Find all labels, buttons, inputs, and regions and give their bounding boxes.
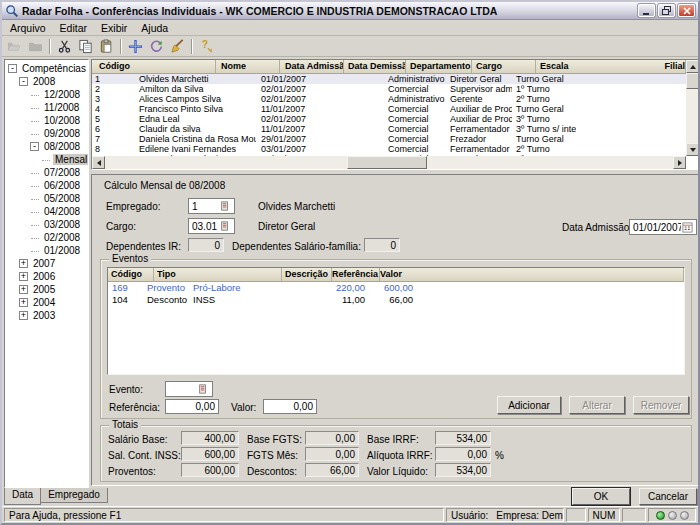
table-row[interactable]: 3 Alices Campos Silva 02/01/2007 Adminis… bbox=[92, 94, 686, 104]
tree-item[interactable]: 01/2008 bbox=[5, 244, 88, 257]
tree-expander-icon[interactable] bbox=[30, 233, 39, 242]
column-header[interactable]: Tipo bbox=[154, 268, 282, 282]
tree-expander-icon[interactable] bbox=[30, 116, 39, 125]
column-header[interactable]: Filial bbox=[664, 60, 686, 73]
column-header[interactable]: Código bbox=[108, 268, 154, 282]
broom-icon[interactable] bbox=[167, 37, 188, 56]
tree-item[interactable]: + 2003 bbox=[5, 309, 88, 322]
tree-item[interactable]: Mensal bbox=[5, 153, 88, 166]
column-header[interactable]: Descrição bbox=[282, 268, 332, 282]
restore-button[interactable] bbox=[658, 4, 675, 17]
scroll-left-button[interactable] bbox=[92, 156, 105, 169]
tree-expander-icon[interactable]: + bbox=[19, 285, 28, 294]
tree-item[interactable]: + 2004 bbox=[5, 296, 88, 309]
tree-expander-icon[interactable]: - bbox=[19, 77, 28, 86]
crosshair-icon[interactable] bbox=[125, 37, 146, 56]
horizontal-scrollbar[interactable] bbox=[92, 156, 686, 169]
table-row[interactable]: 4 Francisco Pinto Silva 11/01/2007 Comer… bbox=[92, 104, 686, 114]
table-row[interactable]: 8 Edilene Ivani Fernandes 03/01/2007 Com… bbox=[92, 144, 686, 154]
tree-expander-icon[interactable] bbox=[30, 207, 39, 216]
tree-item[interactable]: 02/2008 bbox=[5, 231, 88, 244]
open-folder-icon[interactable] bbox=[4, 37, 25, 56]
alterar-button[interactable]: Alterar bbox=[569, 396, 625, 414]
menu-editar[interactable]: Editar bbox=[53, 21, 94, 35]
scroll-right-button[interactable] bbox=[673, 156, 686, 169]
tree-expander-icon[interactable]: + bbox=[19, 272, 28, 281]
table-row[interactable]: 169 Provento Pró-Labore 220,00 600,00 bbox=[108, 282, 684, 294]
table-row[interactable]: 1 Olvides Marchetti 01/01/2007 Administr… bbox=[92, 74, 686, 84]
paste-icon[interactable] bbox=[96, 37, 117, 56]
table-row[interactable]: 2 Amilton da Silva 02/01/2007 Comercial … bbox=[92, 84, 686, 94]
tree-expander-icon[interactable]: + bbox=[19, 298, 28, 307]
column-header[interactable]: Valor bbox=[380, 268, 684, 282]
tree-expander-icon[interactable] bbox=[30, 181, 39, 190]
evento-field[interactable] bbox=[165, 381, 213, 397]
table-row[interactable]: 7 Daniela Cristina da Rosa Moura 29/01/2… bbox=[92, 134, 686, 144]
cargo-field[interactable]: 03.01 bbox=[188, 218, 235, 234]
lookup-icon[interactable] bbox=[219, 200, 231, 212]
scrollbar-thumb[interactable] bbox=[686, 73, 699, 89]
scroll-up-button[interactable] bbox=[686, 60, 699, 73]
empregado-field[interactable]: 1 bbox=[188, 198, 235, 214]
column-header[interactable]: Nome bbox=[216, 60, 280, 73]
refresh-icon[interactable] bbox=[146, 37, 167, 56]
menu-ajuda[interactable]: Ajuda bbox=[134, 21, 175, 35]
menu-arquivo[interactable]: Arquivo bbox=[3, 21, 53, 35]
calendar-icon[interactable] bbox=[681, 222, 693, 233]
tree-expander-icon[interactable] bbox=[30, 194, 39, 203]
scrollbar-thumb[interactable] bbox=[347, 156, 427, 169]
tree-expander-icon[interactable] bbox=[30, 103, 39, 112]
menu-exibir[interactable]: Exibir bbox=[94, 21, 134, 35]
table-row[interactable]: 104 Desconto INSS 11,00 66,00 bbox=[108, 294, 684, 306]
tree-expander-icon[interactable] bbox=[30, 90, 39, 99]
scroll-down-button[interactable] bbox=[686, 143, 699, 156]
cancelar-button[interactable]: Cancelar bbox=[639, 488, 697, 505]
tree-item[interactable]: + 2005 bbox=[5, 283, 88, 296]
tree-expander-icon[interactable]: - bbox=[8, 64, 17, 73]
tree-item[interactable]: 11/2008 bbox=[5, 101, 88, 114]
cut-icon[interactable] bbox=[54, 37, 75, 56]
referencia-field[interactable]: 0,00 bbox=[165, 399, 219, 414]
tree-expander-icon[interactable] bbox=[30, 129, 39, 138]
vertical-scrollbar[interactable] bbox=[686, 60, 699, 156]
tree-expander-icon[interactable] bbox=[41, 155, 50, 164]
tree-expander-icon[interactable]: + bbox=[19, 259, 28, 268]
tree-item[interactable]: 12/2008 bbox=[5, 88, 88, 101]
tree-item[interactable]: 04/2008 bbox=[5, 205, 88, 218]
table-row[interactable]: 6 Claudir da silva 11/01/2007 Comercial … bbox=[92, 124, 686, 134]
tab-empregado[interactable]: Empregado bbox=[40, 488, 108, 503]
save-icon[interactable] bbox=[25, 37, 46, 56]
tree-item[interactable]: - 08/2008 bbox=[5, 140, 88, 153]
tab-data[interactable]: Data bbox=[4, 488, 41, 505]
valor-field[interactable]: 0,00 bbox=[263, 399, 317, 414]
tree-item[interactable]: 07/2008 bbox=[5, 166, 88, 179]
adicionar-button[interactable]: Adicionar bbox=[497, 396, 561, 414]
tree-expander-icon[interactable]: - bbox=[30, 142, 39, 151]
tree-item[interactable]: + 2007 bbox=[5, 257, 88, 270]
column-header[interactable]: Código bbox=[92, 60, 216, 73]
ok-button[interactable]: OK bbox=[572, 488, 630, 505]
column-header[interactable]: Data Demissão bbox=[344, 60, 406, 73]
column-header[interactable]: Departamento bbox=[406, 60, 472, 73]
tree-item[interactable]: 03/2008 bbox=[5, 218, 88, 231]
tree-expander-icon[interactable] bbox=[30, 220, 39, 229]
lookup-icon[interactable] bbox=[219, 220, 231, 232]
tree-expander-icon[interactable] bbox=[30, 246, 39, 255]
remover-button[interactable]: Remover bbox=[633, 396, 689, 414]
column-header[interactable]: Data Admissão bbox=[280, 60, 344, 73]
column-header[interactable]: Referência bbox=[332, 268, 380, 282]
column-header[interactable]: Escala bbox=[536, 60, 664, 73]
copy-icon[interactable] bbox=[75, 37, 96, 56]
tree-item[interactable]: 05/2008 bbox=[5, 192, 88, 205]
tree-expander-icon[interactable]: + bbox=[19, 311, 28, 320]
close-button[interactable] bbox=[678, 4, 695, 17]
table-row[interactable]: 5 Edna Leal 02/01/2007 Comercial Auxilia… bbox=[92, 114, 686, 124]
minimize-button[interactable] bbox=[638, 4, 655, 17]
lookup-icon[interactable] bbox=[197, 383, 209, 395]
help-key-icon[interactable]: ? bbox=[196, 37, 217, 56]
tree-item[interactable]: 10/2008 bbox=[5, 114, 88, 127]
tree-item[interactable]: - Competências bbox=[5, 62, 88, 75]
tree-item[interactable]: 06/2008 bbox=[5, 179, 88, 192]
tree-expander-icon[interactable] bbox=[30, 168, 39, 177]
tree-item[interactable]: - 2008 bbox=[5, 75, 88, 88]
